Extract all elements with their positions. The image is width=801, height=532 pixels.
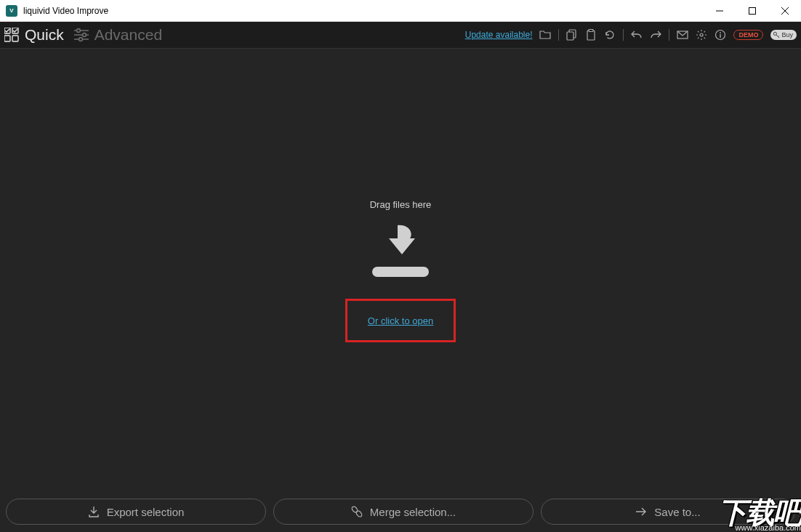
svg-point-13 [79, 38, 82, 41]
key-icon [773, 31, 780, 39]
drag-files-label: Drag files here [370, 199, 432, 210]
svg-point-28 [355, 510, 363, 517]
click-to-open-link[interactable]: Or click to open [368, 315, 433, 326]
titlebar: V liquivid Video Improve [0, 0, 801, 22]
app-icon: V [6, 5, 17, 17]
svg-point-21 [720, 32, 722, 33]
svg-point-23 [774, 32, 777, 35]
drop-zone[interactable]: Drag files here Or click to open [0, 49, 801, 493]
svg-rect-15 [567, 32, 573, 40]
buy-button[interactable]: Buy [770, 30, 797, 40]
bottom-bar: Export selection Merge selection... Save… [0, 493, 801, 532]
info-icon[interactable] [715, 29, 726, 41]
svg-point-27 [351, 506, 358, 513]
window-controls [703, 0, 801, 21]
app-body: Quick Advanced Update available! [0, 22, 801, 532]
undo-icon[interactable] [631, 29, 643, 41]
paste-icon[interactable] [585, 29, 597, 41]
toolbar-separator [623, 29, 624, 41]
svg-rect-26 [372, 267, 429, 277]
save-to-button[interactable]: Save to... [541, 499, 795, 525]
toolbar-separator [558, 29, 559, 41]
svg-line-25 [778, 36, 779, 36]
download-icon [368, 223, 433, 281]
toolbar: Quick Advanced Update available! [0, 22, 801, 49]
advanced-icon [74, 28, 89, 42]
tab-advanced-label: Advanced [94, 26, 162, 44]
open-folder-icon[interactable] [539, 29, 551, 41]
copy-icon[interactable] [566, 29, 578, 41]
arrow-right-icon [635, 506, 647, 517]
svg-point-11 [82, 33, 86, 37]
mode-tabs: Quick Advanced [4, 26, 162, 44]
merge-selection-button[interactable]: Merge selection... [273, 499, 534, 525]
export-selection-button[interactable]: Export selection [6, 499, 266, 525]
maximize-button[interactable] [736, 0, 768, 21]
demo-badge[interactable]: DEMO [733, 30, 763, 40]
update-available-link[interactable]: Update available! [465, 30, 533, 40]
minimize-button[interactable] [703, 0, 736, 21]
save-label: Save to... [654, 506, 700, 518]
svg-rect-6 [4, 36, 10, 41]
tab-quick-label: Quick [25, 26, 64, 44]
svg-point-9 [76, 29, 80, 33]
toolbar-separator [669, 29, 669, 41]
svg-rect-7 [12, 36, 18, 41]
svg-rect-1 [749, 7, 755, 14]
svg-rect-17 [589, 30, 593, 32]
refresh-icon[interactable] [604, 29, 616, 41]
window-title: liquivid Video Improve [23, 6, 703, 16]
quick-icon [4, 28, 19, 42]
export-icon [88, 506, 100, 517]
redo-icon[interactable] [650, 29, 661, 41]
export-label: Export selection [107, 506, 185, 518]
close-button[interactable] [768, 0, 801, 21]
svg-point-19 [700, 33, 703, 36]
highlighted-open-link-box: Or click to open [345, 299, 456, 342]
merge-icon [351, 506, 363, 517]
toolbar-right: Update available! [465, 29, 797, 41]
buy-label: Buy [781, 31, 793, 39]
mail-icon[interactable] [677, 29, 688, 41]
gear-icon[interactable] [696, 29, 707, 41]
merge-label: Merge selection... [370, 506, 456, 518]
tab-advanced[interactable]: Advanced [74, 26, 162, 44]
tab-quick[interactable]: Quick [4, 26, 64, 44]
